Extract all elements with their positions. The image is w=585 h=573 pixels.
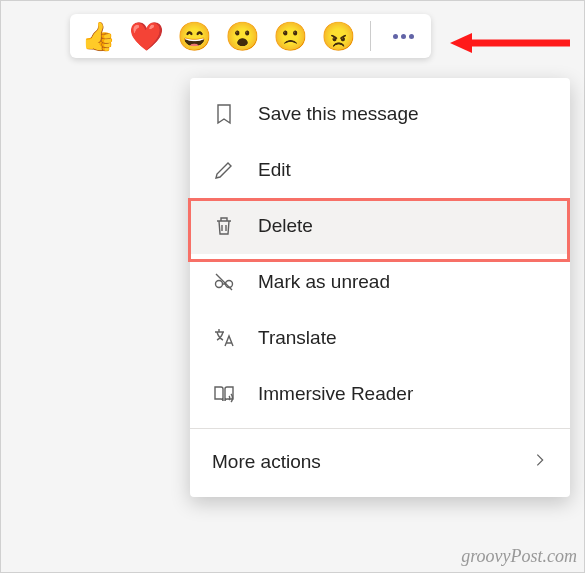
- context-menu: Save this message Edit Delete Mark as un…: [190, 78, 570, 497]
- svg-point-2: [216, 281, 223, 288]
- book-audio-icon: [212, 382, 236, 406]
- menu-label: Translate: [258, 327, 337, 349]
- trash-icon: [212, 214, 236, 238]
- menu-item-translate[interactable]: Translate: [190, 310, 570, 366]
- menu-label: Immersive Reader: [258, 383, 413, 405]
- glasses-off-icon: [212, 270, 236, 294]
- menu-label: More actions: [212, 451, 321, 473]
- menu-label: Delete: [258, 215, 313, 237]
- menu-item-more-actions[interactable]: More actions: [190, 435, 570, 489]
- menu-item-save[interactable]: Save this message: [190, 86, 570, 142]
- reaction-thumbs-up[interactable]: 👍: [80, 18, 116, 54]
- svg-marker-1: [450, 33, 472, 53]
- menu-item-edit[interactable]: Edit: [190, 142, 570, 198]
- pencil-icon: [212, 158, 236, 182]
- reaction-surprised[interactable]: 😮: [224, 18, 260, 54]
- menu-item-delete[interactable]: Delete: [190, 198, 570, 254]
- more-options-button[interactable]: [385, 18, 421, 54]
- reaction-divider: [370, 21, 371, 51]
- bookmark-icon: [212, 102, 236, 126]
- reaction-bar: 👍 ❤️ 😄 😮 🙁 😠: [70, 14, 431, 58]
- reaction-laugh[interactable]: 😄: [176, 18, 212, 54]
- menu-label: Save this message: [258, 103, 419, 125]
- menu-item-unread[interactable]: Mark as unread: [190, 254, 570, 310]
- menu-label: Mark as unread: [258, 271, 390, 293]
- chevron-right-icon: [532, 451, 548, 473]
- menu-label: Edit: [258, 159, 291, 181]
- annotation-arrow: [450, 30, 570, 60]
- translate-icon: [212, 326, 236, 350]
- menu-item-immersive[interactable]: Immersive Reader: [190, 366, 570, 422]
- reaction-angry[interactable]: 😠: [320, 18, 356, 54]
- reaction-heart[interactable]: ❤️: [128, 18, 164, 54]
- reaction-sad[interactable]: 🙁: [272, 18, 308, 54]
- menu-divider: [190, 428, 570, 429]
- watermark-text: groovyPost.com: [461, 546, 577, 567]
